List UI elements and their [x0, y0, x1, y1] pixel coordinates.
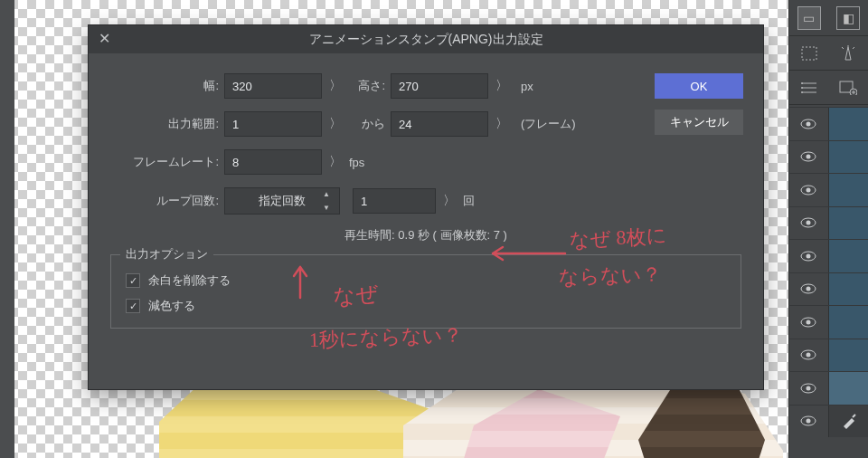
visibility-eye-icon[interactable] [788, 251, 828, 262]
svg-point-1 [801, 82, 803, 84]
close-icon[interactable]: ✕ [96, 31, 112, 47]
dialog-title: アニメーションスタンプ(APNG)出力設定 [309, 32, 543, 48]
visibility-eye-icon[interactable] [788, 283, 828, 294]
visibility-eye-icon[interactable] [788, 151, 828, 162]
size-row: 幅: 〉 高さ: 〉 px [108, 73, 743, 99]
loop-mode-dropdown[interactable]: 指定回数 ▲▼ [224, 187, 340, 215]
visibility-eye-icon[interactable] [788, 119, 828, 129]
chevron-right-icon[interactable]: 〉 [322, 116, 349, 132]
layer-thumbnail [828, 240, 868, 272]
layer-row[interactable] [788, 206, 868, 240]
svg-point-19 [807, 320, 811, 324]
height-input[interactable] [391, 73, 488, 99]
loop-mode-value: 指定回数 [259, 193, 306, 209]
new-layer-icon[interactable] [836, 78, 860, 98]
width-input[interactable] [224, 73, 322, 99]
dialog-titlebar[interactable]: ✕ アニメーションスタンプ(APNG)出力設定 [89, 25, 763, 53]
layer-row[interactable] [788, 173, 868, 206]
layer-row[interactable] [788, 339, 868, 372]
svg-point-2 [801, 87, 803, 89]
layer-row[interactable] [788, 305, 868, 339]
framerate-input[interactable] [224, 149, 322, 175]
height-label: 高さ: [349, 78, 391, 94]
layer-thumbnail [828, 174, 868, 206]
list-icon[interactable] [797, 78, 821, 98]
layer-row[interactable] [788, 107, 868, 140]
output-options-legend: 出力オプション [120, 246, 213, 262]
layer-thumbnail [828, 372, 868, 405]
chevron-right-icon[interactable]: 〉 [322, 78, 349, 94]
single-view-icon[interactable]: ▭ [797, 6, 821, 30]
chevron-right-icon[interactable]: 〉 [322, 154, 349, 170]
visibility-eye-icon[interactable] [788, 383, 828, 394]
layer-thumbnail [828, 306, 868, 339]
loop-count-input[interactable] [353, 188, 436, 214]
spinner-icon[interactable]: ▲▼ [323, 190, 335, 212]
visibility-eye-icon[interactable] [788, 415, 828, 426]
svg-point-9 [807, 155, 811, 159]
layer-row[interactable] [788, 272, 868, 306]
range-to-label: から [349, 116, 391, 132]
layer-row[interactable] [788, 239, 868, 272]
playback-info: 再生時間: 0.9 秒 ( 画像枚数: 7 ) [108, 227, 743, 243]
range-unit: (フレーム) [515, 116, 576, 132]
svg-point-15 [807, 253, 811, 258]
range-from-input[interactable] [224, 111, 322, 137]
layer-row[interactable] [788, 405, 868, 438]
layer-row[interactable] [788, 140, 868, 174]
layer-thumbnail [828, 339, 868, 372]
layer-thumbnail [828, 108, 868, 140]
apng-export-dialog: ✕ アニメーションスタンプ(APNG)出力設定 OK キャンセル 幅: 〉 高さ… [88, 24, 764, 390]
chevron-right-icon[interactable]: 〉 [488, 116, 515, 132]
range-label: 出力範囲: [108, 116, 224, 132]
trim-whitespace-row[interactable]: ✓ 余白を削除する [124, 268, 728, 293]
framerate-unit: fps [349, 156, 364, 169]
svg-point-13 [807, 221, 811, 225]
framerate-row: フレームレート: 〉 fps [108, 149, 743, 175]
visibility-eye-icon[interactable] [788, 349, 828, 360]
checkbox-checked-icon[interactable]: ✓ [126, 273, 140, 288]
panel-icon-row [789, 71, 868, 105]
svg-point-25 [807, 419, 811, 424]
size-unit: px [515, 80, 533, 93]
svg-rect-0 [802, 47, 816, 60]
width-label: 幅: [108, 78, 224, 94]
layer-brush-icon [828, 406, 868, 438]
loop-row: ループ回数: 指定回数 ▲▼ 〉 回 [108, 187, 743, 215]
layer-row[interactable] [788, 371, 868, 405]
reduce-color-label: 減色する [148, 298, 195, 314]
chevron-right-icon[interactable]: 〉 [488, 78, 515, 94]
layer-thumbnail [828, 207, 868, 240]
ok-button[interactable]: OK [655, 73, 743, 99]
svg-point-21 [807, 353, 811, 358]
visibility-eye-icon[interactable] [788, 317, 828, 328]
visibility-eye-icon[interactable] [788, 185, 828, 196]
loop-unit: 回 [463, 193, 475, 209]
nav-icon-row [789, 36, 868, 71]
layer-thumbnail [828, 141, 868, 174]
navigator-icon[interactable] [797, 43, 821, 63]
svg-point-7 [807, 121, 811, 126]
visibility-eye-icon[interactable] [788, 217, 828, 228]
layers-list [788, 107, 868, 458]
trim-whitespace-label: 余白を削除する [148, 272, 231, 289]
range-to-input[interactable] [391, 111, 488, 137]
output-options-fieldset: 出力オプション ✓ 余白を削除する ✓ 減色する [110, 254, 741, 329]
svg-point-23 [807, 386, 811, 390]
svg-point-3 [801, 91, 803, 93]
svg-point-11 [807, 187, 811, 192]
split-view-icon[interactable]: ◧ [836, 6, 860, 30]
range-row: 出力範囲: 〉 から 〉 (フレーム) [108, 111, 743, 137]
lighthouse-icon[interactable] [836, 43, 860, 63]
cancel-button[interactable]: キャンセル [655, 110, 743, 135]
reduce-color-row[interactable]: ✓ 減色する [124, 293, 728, 319]
loop-label: ループ回数: [108, 193, 224, 209]
left-ruler [0, 0, 14, 458]
layer-thumbnail [828, 273, 868, 306]
framerate-label: フレームレート: [108, 154, 224, 170]
view-mode-row: ▭ ◧ [789, 0, 868, 36]
chevron-right-icon[interactable]: 〉 [436, 193, 463, 209]
svg-point-17 [807, 287, 811, 291]
checkbox-checked-icon[interactable]: ✓ [126, 299, 140, 313]
